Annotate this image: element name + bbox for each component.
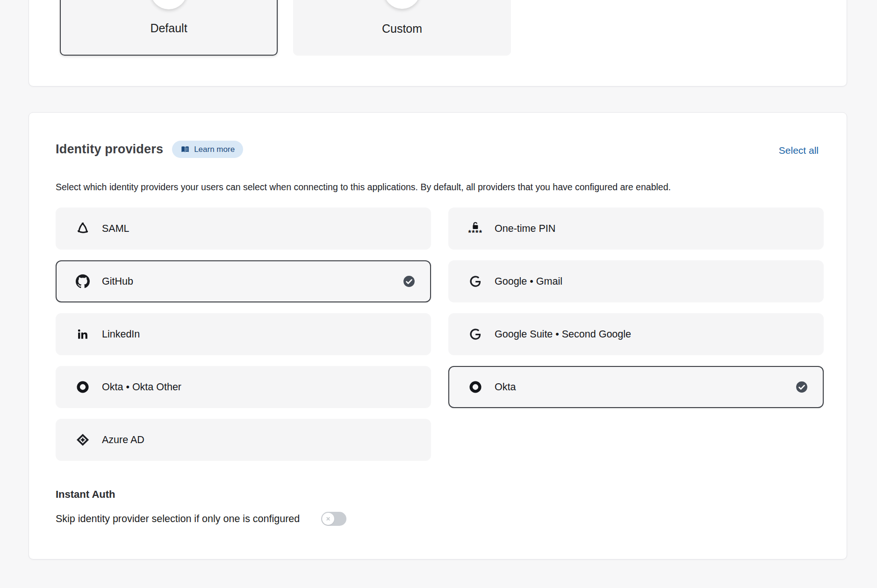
okta-icon: [74, 380, 91, 394]
learn-more-label: Learn more: [194, 145, 235, 154]
toggle-knob-off-icon: [322, 513, 334, 525]
provider-row-azure-ad[interactable]: Azure AD: [56, 419, 431, 461]
identity-providers-title: Identity providers: [56, 142, 163, 157]
instant-auth-title: Instant Auth: [56, 488, 115, 501]
provider-label: SAML: [102, 223, 129, 235]
provider-row-okta[interactable]: Okta: [448, 366, 824, 408]
provider-grid: SAML **** One-time PIN GitHub Google • G…: [56, 208, 824, 461]
selected-check-icon: [403, 275, 415, 287]
provider-label: Okta: [495, 381, 516, 393]
appearance-option-label: Custom: [382, 22, 422, 36]
provider-label: One-time PIN: [495, 223, 555, 235]
appearance-option-label: Default: [150, 22, 187, 35]
learn-more-badge[interactable]: Learn more: [172, 141, 243, 158]
github-icon: [74, 274, 91, 288]
provider-label: Azure AD: [102, 434, 144, 446]
logo-preview-circle: [151, 0, 187, 9]
provider-label: Google • Gmail: [495, 276, 562, 287]
page: Default Custom Identity providers Learn …: [0, 0, 877, 588]
provider-label: LinkedIn: [102, 329, 140, 340]
one-time-pin-icon: ****: [467, 220, 484, 237]
azure-ad-icon: [74, 432, 91, 447]
provider-row-github[interactable]: GitHub: [56, 260, 431, 302]
select-all-link[interactable]: Select all: [779, 145, 819, 156]
book-icon: [180, 145, 190, 154]
linkedin-icon: [74, 328, 91, 341]
instant-auth-toggle[interactable]: [321, 512, 346, 526]
provider-row-google-suite-second-google[interactable]: Google Suite • Second Google: [448, 313, 824, 355]
provider-row-google-gmail[interactable]: Google • Gmail: [448, 260, 824, 302]
identity-providers-panel: Identity providers Learn more Select all…: [29, 112, 847, 559]
google-icon: [467, 328, 484, 341]
instant-auth-toggle-label: Skip identity provider selection if only…: [56, 513, 300, 525]
provider-row-one-time-pin[interactable]: **** One-time PIN: [448, 208, 824, 250]
google-icon: [467, 275, 484, 288]
identity-providers-description: Select which identity providers your use…: [56, 182, 671, 193]
provider-label: Okta • Okta Other: [102, 381, 181, 393]
identity-providers-header: Identity providers Learn more: [56, 141, 243, 158]
appearance-option-default[interactable]: Default: [60, 0, 278, 56]
saml-icon: [74, 221, 91, 236]
appearance-panel: Default Custom: [29, 0, 847, 86]
okta-icon: [467, 380, 484, 394]
logo-preview-circle: [384, 0, 420, 9]
provider-label: GitHub: [102, 276, 133, 287]
provider-row-okta-okta-other[interactable]: Okta • Okta Other: [56, 366, 431, 408]
selected-check-icon: [796, 381, 808, 393]
instant-auth-row: Skip identity provider selection if only…: [56, 512, 346, 526]
provider-row-saml[interactable]: SAML: [56, 208, 431, 250]
provider-label: Google Suite • Second Google: [495, 329, 631, 340]
provider-row-linkedin[interactable]: LinkedIn: [56, 313, 431, 355]
appearance-option-custom[interactable]: Custom: [293, 0, 511, 56]
